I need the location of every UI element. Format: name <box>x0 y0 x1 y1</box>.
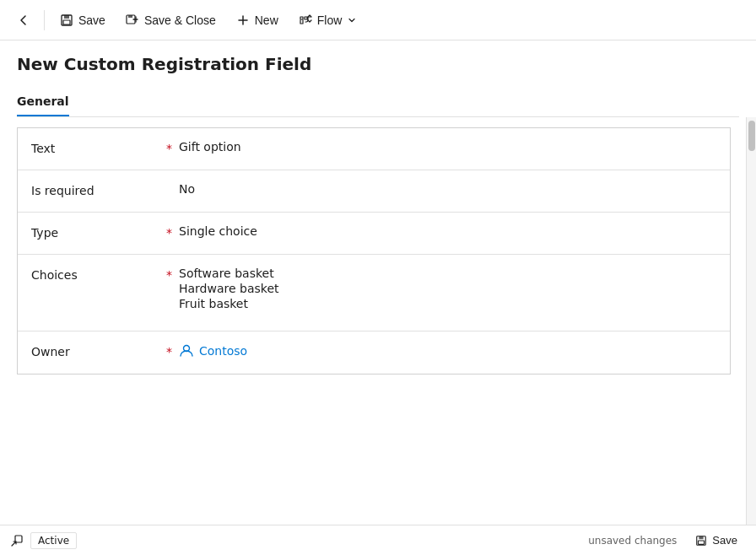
tab-general[interactable]: General <box>17 88 69 116</box>
label-choices: Choices <box>31 267 166 282</box>
form-row-is-required: Is required * No <box>18 170 730 213</box>
value-is-required: No <box>179 182 716 196</box>
main-content: New Custom Registration Field General Te… <box>0 40 756 525</box>
bottom-right: unsaved changes Save <box>588 531 746 550</box>
tab-bar: General <box>17 88 739 117</box>
choice-3: Fruit basket <box>179 297 716 310</box>
external-link-icon <box>10 534 24 547</box>
save-close-icon <box>126 13 139 27</box>
back-icon <box>17 13 30 27</box>
svg-rect-1 <box>64 15 69 19</box>
required-type: * <box>166 224 172 240</box>
toolbar-divider <box>44 10 45 30</box>
bottom-left: Active <box>10 532 77 549</box>
new-button[interactable]: New <box>228 8 287 32</box>
flow-icon <box>299 13 312 27</box>
required-choices: * <box>166 267 172 282</box>
save-button[interactable]: Save <box>51 8 114 32</box>
required-owner: * <box>166 343 172 358</box>
flow-button[interactable]: Flow <box>290 8 366 32</box>
form-row-owner: Owner * Contoso <box>18 331 730 374</box>
value-owner: Contoso <box>179 343 716 358</box>
svg-rect-4 <box>128 15 132 18</box>
owner-link[interactable]: Contoso <box>179 343 716 358</box>
toolbar: Save Save & Close New Flow <box>0 0 756 40</box>
page-title: New Custom Registration Field <box>17 54 739 74</box>
scroll-thumb[interactable] <box>748 121 755 151</box>
bottom-save-button[interactable]: Save <box>687 531 746 550</box>
unsaved-changes-text: unsaved changes <box>588 535 677 547</box>
form-row-text: Text * Gift option <box>18 128 730 170</box>
choices-list: Software basket Hardware basket Fruit ba… <box>179 267 716 310</box>
person-icon <box>179 343 194 358</box>
choice-2: Hardware basket <box>179 282 716 295</box>
value-type: Single choice <box>179 224 716 238</box>
label-type: Type <box>31 224 166 240</box>
bottom-bar: Active unsaved changes Save <box>0 525 756 555</box>
label-text: Text <box>31 140 166 155</box>
status-badge: Active <box>30 532 77 549</box>
choice-1: Software basket <box>179 267 716 280</box>
svg-rect-9 <box>699 541 705 544</box>
form-container: Text * Gift option Is required * No Type… <box>0 117 756 525</box>
value-text: Gift option <box>179 140 716 154</box>
label-owner: Owner <box>31 343 166 358</box>
form-inner: Text * Gift option Is required * No Type… <box>17 127 731 374</box>
label-is-required: Is required <box>31 182 166 197</box>
form-row-choices: Choices * Software basket Hardware baske… <box>18 255 730 331</box>
required-text: * <box>166 140 172 155</box>
save-bottom-icon <box>695 535 707 547</box>
flow-chevron-icon <box>347 15 357 25</box>
page-header: New Custom Registration Field General <box>0 40 756 117</box>
scroll-rail <box>746 117 756 525</box>
form-row-type: Type * Single choice <box>18 213 730 255</box>
svg-rect-2 <box>63 20 70 24</box>
new-icon <box>236 13 250 27</box>
save-close-button[interactable]: Save & Close <box>117 8 224 32</box>
back-button[interactable] <box>10 7 37 34</box>
svg-rect-8 <box>699 536 704 539</box>
save-icon <box>60 13 73 27</box>
